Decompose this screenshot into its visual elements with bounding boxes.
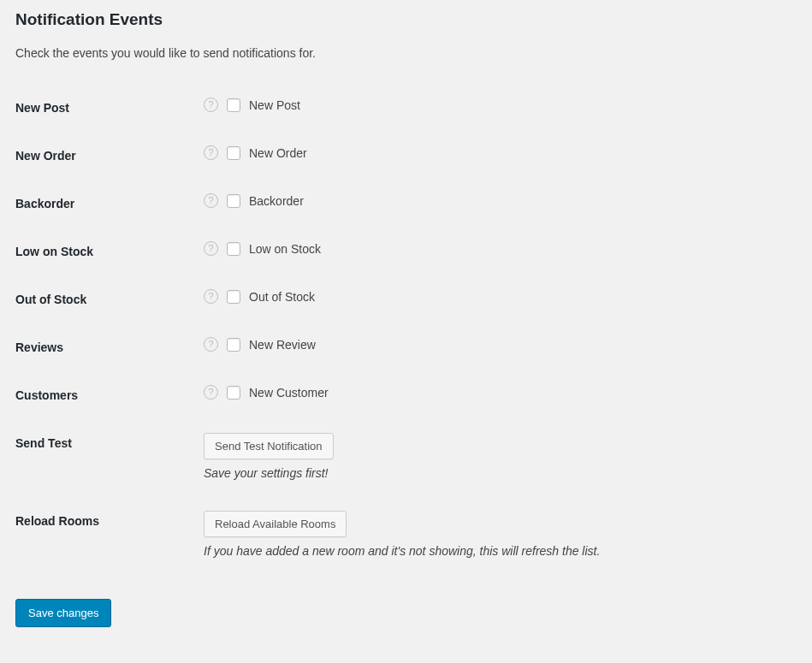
- help-icon[interactable]: ?: [204, 337, 218, 352]
- section-title: Notification Events: [15, 10, 797, 29]
- help-icon[interactable]: ?: [204, 193, 218, 208]
- out-of-stock-checkbox[interactable]: [227, 290, 240, 304]
- backorder-checkbox[interactable]: [227, 194, 240, 208]
- row-label-out-of-stock: Out of Stock: [15, 275, 204, 323]
- row-label-low-stock: Low on Stock: [15, 228, 204, 275]
- settings-table: New Post ? New Post New Order ? New Orde…: [15, 84, 797, 575]
- help-icon[interactable]: ?: [204, 289, 218, 304]
- low-stock-checkbox-label: Low on Stock: [249, 242, 321, 256]
- backorder-checkbox-label: Backorder: [249, 194, 304, 208]
- row-label-new-post: New Post: [15, 84, 204, 132]
- help-icon[interactable]: ?: [204, 241, 218, 256]
- save-changes-button[interactable]: Save changes: [15, 599, 111, 627]
- out-of-stock-checkbox-label: Out of Stock: [249, 290, 315, 304]
- reviews-checkbox-label: New Review: [249, 338, 316, 352]
- row-label-reviews: Reviews: [15, 323, 204, 371]
- new-order-checkbox-label: New Order: [249, 146, 307, 160]
- help-icon[interactable]: ?: [204, 145, 218, 160]
- customers-checkbox[interactable]: [227, 386, 240, 400]
- new-order-checkbox[interactable]: [227, 146, 240, 160]
- row-label-new-order: New Order: [15, 132, 204, 180]
- help-icon[interactable]: ?: [204, 385, 218, 400]
- send-test-hint: Save your settings first!: [204, 466, 788, 480]
- row-label-reload-rooms: Reload Rooms: [15, 497, 204, 575]
- customers-checkbox-label: New Customer: [249, 386, 329, 400]
- new-post-checkbox-label: New Post: [249, 98, 300, 112]
- new-post-checkbox[interactable]: [227, 98, 240, 112]
- reload-rooms-hint: If you have added a new room and it's no…: [204, 544, 788, 558]
- row-label-send-test: Send Test: [15, 419, 204, 497]
- reload-rooms-button[interactable]: Reload Available Rooms: [204, 511, 347, 537]
- section-description: Check the events you would like to send …: [15, 46, 797, 60]
- help-icon[interactable]: ?: [204, 98, 218, 112]
- row-label-customers: Customers: [15, 371, 204, 419]
- reviews-checkbox[interactable]: [227, 338, 240, 352]
- send-test-button[interactable]: Send Test Notification: [204, 433, 334, 459]
- row-label-backorder: Backorder: [15, 180, 204, 228]
- low-stock-checkbox[interactable]: [227, 242, 240, 256]
